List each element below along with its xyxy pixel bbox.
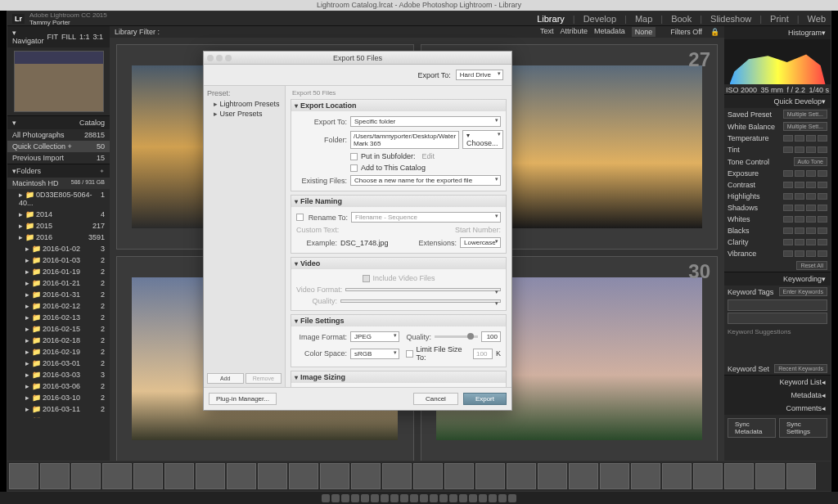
loc-export-to-select[interactable]: Specific folder — [350, 116, 501, 127]
dock-app-icon[interactable] — [361, 494, 369, 502]
qd-steppers[interactable] — [783, 227, 827, 234]
module-develop[interactable]: Develop — [583, 14, 616, 24]
folder-item[interactable]: ▸ 📁 20144 — [7, 209, 110, 220]
dock-app-icon[interactable] — [381, 494, 389, 502]
folder-item[interactable]: ▸ 📁 2016-01-023 — [7, 243, 110, 254]
dock-app-icon[interactable] — [498, 494, 507, 502]
dock-app-icon[interactable] — [508, 494, 516, 502]
include-video-check[interactable] — [363, 275, 370, 282]
preset-lightroom[interactable]: ▸ Lightroom Presets — [207, 99, 282, 109]
panel-header-comments[interactable]: Comments ◂ — [724, 402, 831, 415]
qd-steppers[interactable] — [783, 205, 827, 211]
navigator-preview[interactable] — [14, 51, 104, 112]
image-format-select[interactable]: JPEG — [350, 331, 399, 342]
filmstrip-thumb[interactable] — [444, 463, 474, 489]
folder-item[interactable]: ▸ 📁 2016-03-062 — [7, 380, 110, 392]
folder-item[interactable]: ▸ 📁 2016-03-012 — [7, 358, 110, 369]
filmstrip-thumb[interactable] — [538, 463, 567, 489]
dock-app-icon[interactable] — [479, 494, 487, 502]
filmstrip-thumb[interactable] — [662, 463, 692, 489]
quality-value[interactable]: 100 — [481, 331, 501, 342]
filmstrip-thumb[interactable] — [600, 463, 629, 489]
dock-app-icon[interactable] — [449, 494, 457, 502]
dock-app-icon[interactable] — [430, 494, 438, 502]
volume-row[interactable]: Macintosh HD 586 / 931 GB — [7, 178, 110, 189]
folder-item[interactable]: ▸ 📁 2016-03-033 — [7, 369, 110, 380]
dock-app-icon[interactable] — [322, 494, 330, 502]
sync-metadata-button[interactable]: Sync Metadata — [728, 418, 776, 438]
filmstrip-thumb[interactable] — [258, 463, 287, 489]
qd-steppers[interactable] — [783, 182, 827, 188]
filter-tab[interactable]: Text — [540, 27, 554, 37]
dock-app-icon[interactable] — [331, 494, 340, 502]
filter-tab[interactable]: Attribute — [561, 27, 588, 37]
folder-item[interactable]: ▸ 📁 2016-01-312 — [7, 289, 110, 300]
folders-header[interactable]: ▾ Folders ＋ — [7, 164, 110, 178]
export-to-select[interactable]: Hard Drive — [456, 70, 503, 80]
module-library[interactable]: Library — [537, 14, 565, 24]
dock-app-icon[interactable] — [341, 494, 349, 502]
dock-app-icon[interactable] — [371, 494, 379, 502]
histogram[interactable] — [724, 39, 831, 84]
dock-app-icon[interactable] — [400, 494, 408, 502]
dock-app-icon[interactable] — [459, 494, 467, 502]
section-header[interactable]: ▾ Export Location — [291, 100, 506, 111]
filmstrip-thumb[interactable] — [786, 463, 816, 489]
module-print[interactable]: Print — [770, 14, 789, 24]
filmstrip-thumb[interactable] — [724, 463, 754, 489]
qd-steppers[interactable] — [783, 239, 827, 245]
folder-item[interactable]: ▸ 📁 20163591 — [7, 232, 110, 243]
sync-settings-button[interactable]: Sync Settings — [779, 418, 827, 438]
filmstrip-thumb[interactable] — [289, 463, 318, 489]
lock-icon[interactable]: 🔒 — [710, 28, 719, 36]
module-map[interactable]: Map — [635, 14, 652, 24]
dock-app-icon[interactable] — [439, 494, 448, 502]
dock-app-icon[interactable] — [420, 494, 428, 502]
catalog-item[interactable]: Quick Collection +50 — [7, 141, 110, 152]
folder-item[interactable]: ▸ 📁 2016-03-112 — [7, 403, 110, 415]
folders-list[interactable]: ▸ 📁 0D33E805-5064-40...1▸ 📁 20144▸ 📁 201… — [7, 189, 110, 418]
qd-steppers[interactable] — [783, 250, 827, 257]
filmstrip-thumb[interactable] — [164, 463, 194, 489]
filmstrip-thumb[interactable] — [475, 463, 505, 489]
tint-steppers[interactable] — [783, 146, 827, 153]
filmstrip-thumb[interactable] — [40, 463, 70, 489]
dialog-titlebar[interactable]: Export 50 Files — [204, 52, 511, 65]
filter-tab[interactable]: Metadata — [594, 27, 625, 37]
folder-item[interactable]: ▸ 📁 2016-03-132 — [7, 415, 110, 418]
catalog-header[interactable]: ▾ Catalog — [7, 116, 110, 129]
rename-template-select[interactable]: Filename - Sequence — [351, 212, 501, 223]
add-catalog-check[interactable] — [350, 164, 358, 172]
section-header[interactable]: ▾ File Naming — [291, 196, 506, 207]
dock-app-icon[interactable] — [489, 494, 497, 502]
panel-header-keyword-list[interactable]: Keyword List ◂ — [724, 376, 831, 389]
filter-tab[interactable]: None — [632, 27, 656, 37]
preset-add-button[interactable]: Add — [207, 373, 244, 384]
folder-item[interactable]: ▸ 📁 2016-02-152 — [7, 323, 110, 335]
color-space-select[interactable]: sRGB — [350, 349, 399, 359]
nav-mode[interactable]: FIT — [47, 33, 59, 41]
quick-develop-header[interactable]: Quick Develop ▾ — [724, 95, 831, 108]
quality-slider[interactable] — [435, 335, 478, 338]
dock-app-icon[interactable] — [469, 494, 477, 502]
nav-mode[interactable]: 3:1 — [93, 33, 104, 41]
module-book[interactable]: Book — [671, 14, 692, 24]
keyword-add-field[interactable] — [728, 313, 827, 324]
cancel-button[interactable]: Cancel — [413, 393, 458, 405]
nav-mode[interactable]: 1:1 — [79, 33, 90, 41]
keywording-header[interactable]: Keywording ▾ — [724, 272, 831, 286]
export-confirm-button[interactable]: Export — [463, 393, 507, 405]
keyword-tags-select[interactable]: Enter Keywords — [779, 287, 827, 296]
filmstrip-thumb[interactable] — [133, 463, 163, 489]
subfolder-check[interactable] — [350, 153, 358, 160]
section-header[interactable]: ▾ Video — [291, 258, 506, 269]
dock-app-icon[interactable] — [390, 494, 399, 502]
navigator-header[interactable]: ▾ Navigator FITFILL1:13:1 — [7, 26, 110, 47]
filters-off-label[interactable]: Filters Off — [670, 28, 702, 36]
folder-item[interactable]: ▸ 📁 2016-02-192 — [7, 346, 110, 358]
temp-steppers[interactable] — [783, 135, 827, 142]
catalog-item[interactable]: All Photographs28815 — [7, 129, 110, 141]
folder-item[interactable]: ▸ 📁 2016-03-102 — [7, 392, 110, 403]
filmstrip-thumb[interactable] — [382, 463, 412, 489]
extensions-select[interactable]: Lowercase — [460, 237, 501, 248]
